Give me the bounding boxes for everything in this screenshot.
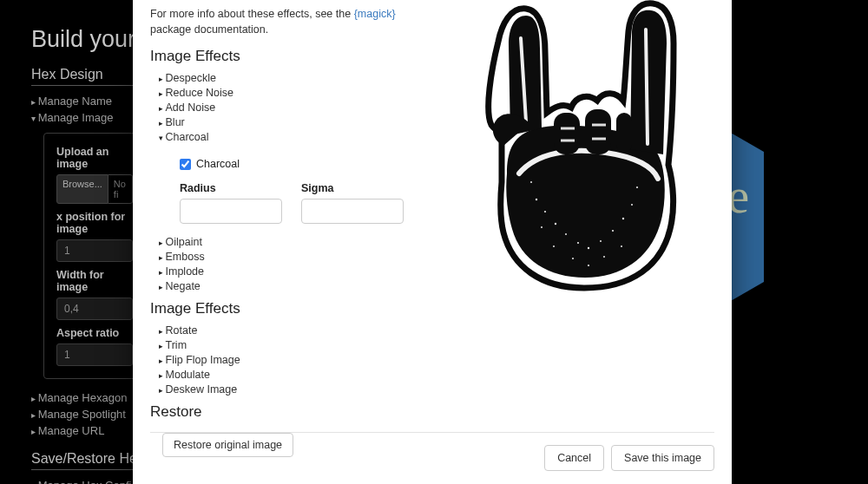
- width-input[interactable]: [56, 298, 133, 320]
- effect-charcoal[interactable]: Charcoal: [150, 129, 437, 144]
- svg-rect-18: [554, 113, 580, 154]
- svg-point-1: [544, 211, 546, 213]
- upload-label: Upload an image: [56, 146, 133, 170]
- charcoal-checkbox[interactable]: [180, 159, 191, 170]
- rock-hand-icon: [458, 0, 710, 295]
- effect-flip-flop[interactable]: Flip Flop Image: [150, 352, 437, 367]
- file-name-text: No fi: [108, 174, 133, 204]
- sigma-label: Sigma: [301, 182, 404, 194]
- info-text: For more info about these effects, see t…: [150, 7, 437, 37]
- section-heading-effects-2: Image Effects: [150, 300, 437, 317]
- charcoal-panel: Charcoal Radius Sigma: [150, 144, 437, 234]
- section-heading-restore: Restore: [150, 403, 437, 421]
- sigma-input[interactable]: [301, 199, 404, 224]
- effect-add-noise[interactable]: Add Noise: [150, 100, 437, 114]
- svg-rect-20: [616, 113, 632, 153]
- preview-pane: [454, 0, 714, 432]
- restore-button[interactable]: Restore original image: [162, 433, 293, 457]
- svg-point-12: [541, 226, 542, 228]
- browse-button[interactable]: Browse...: [56, 174, 108, 204]
- svg-point-15: [553, 245, 555, 247]
- width-label: Width for image: [56, 269, 133, 293]
- image-effects-modal: For more info about these effects, see t…: [133, 0, 732, 484]
- svg-point-17: [621, 245, 622, 247]
- svg-point-7: [612, 230, 614, 232]
- effect-despeckle[interactable]: Despeckle: [150, 70, 437, 85]
- effect-implode[interactable]: Implode: [150, 264, 437, 278]
- xpos-label: x position for image: [56, 211, 133, 235]
- modal-left-panel: For more info about these effects, see t…: [150, 0, 437, 432]
- svg-rect-19: [585, 109, 611, 154]
- svg-point-11: [636, 186, 638, 188]
- effect-negate[interactable]: Negate: [150, 278, 437, 293]
- effect-oilpaint[interactable]: Oilpaint: [150, 234, 437, 249]
- radius-input[interactable]: [180, 199, 282, 224]
- effect-trim[interactable]: Trim: [150, 337, 437, 352]
- svg-point-3: [565, 233, 567, 235]
- file-input[interactable]: Browse... No fi: [56, 174, 133, 204]
- effect-blur[interactable]: Blur: [150, 114, 437, 129]
- effect-modulate[interactable]: Modulate: [150, 367, 437, 382]
- svg-point-2: [555, 223, 556, 225]
- svg-point-13: [572, 258, 574, 259]
- svg-point-14: [603, 256, 605, 258]
- manage-image-panel: Upload an image Browse... No fi x positi…: [43, 133, 146, 379]
- effect-emboss[interactable]: Emboss: [150, 249, 437, 264]
- svg-point-10: [530, 181, 532, 183]
- svg-point-6: [600, 240, 602, 242]
- charcoal-checkbox-label[interactable]: Charcoal: [196, 158, 240, 170]
- effect-deskew[interactable]: Deskew Image: [150, 382, 437, 396]
- magick-link[interactable]: {magick}: [354, 8, 396, 20]
- cancel-button[interactable]: Cancel: [544, 445, 604, 471]
- save-button[interactable]: Save this image: [611, 445, 714, 471]
- svg-point-8: [622, 218, 624, 219]
- svg-point-5: [588, 247, 589, 249]
- aspect-input[interactable]: [56, 343, 133, 366]
- svg-point-4: [577, 242, 579, 244]
- effect-rotate[interactable]: Rotate: [150, 323, 437, 337]
- aspect-label: Aspect ratio: [56, 327, 133, 339]
- svg-point-16: [588, 265, 589, 266]
- xpos-input[interactable]: [56, 239, 133, 262]
- radius-label: Radius: [180, 182, 282, 194]
- effect-reduce-noise[interactable]: Reduce Noise: [150, 85, 437, 100]
- section-heading-effects-1: Image Effects: [150, 48, 437, 65]
- svg-point-9: [631, 204, 633, 206]
- svg-point-0: [536, 199, 537, 200]
